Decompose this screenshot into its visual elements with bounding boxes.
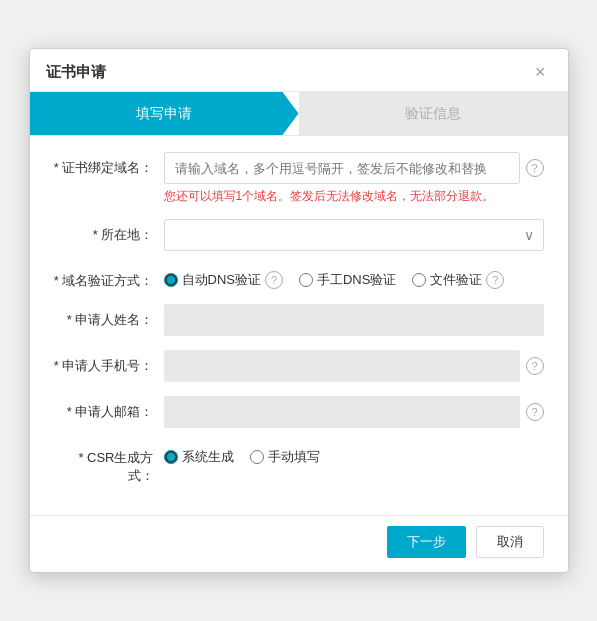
csr-manual-label: 手动填写 <box>268 448 320 466</box>
steps-bar: 填写申请 验证信息 <box>30 92 568 136</box>
dns-file-label: 文件验证 <box>430 271 482 289</box>
phone-input-wrap: ? <box>164 350 544 382</box>
dns-radio-auto[interactable] <box>164 273 178 287</box>
dns-option-file[interactable]: 文件验证 ? <box>412 271 504 289</box>
csr-label: * CSR生成方式： <box>54 442 164 485</box>
csr-option-manual[interactable]: 手动填写 <box>250 448 320 466</box>
dns-radio-file[interactable] <box>412 273 426 287</box>
phone-input[interactable] <box>164 350 520 382</box>
csr-radio-system[interactable] <box>164 450 178 464</box>
close-button[interactable]: × <box>529 61 552 83</box>
dialog-title: 证书申请 <box>46 63 106 82</box>
step-fill-form-label: 填写申请 <box>136 105 192 123</box>
csr-system-label: 系统生成 <box>182 448 234 466</box>
phone-label: * 申请人手机号： <box>54 350 164 375</box>
dns-auto-help-icon[interactable]: ? <box>265 271 283 289</box>
email-row: * 申请人邮箱： ? <box>54 396 544 428</box>
phone-help-icon[interactable]: ? <box>526 357 544 375</box>
dns-radio-manual[interactable] <box>299 273 313 287</box>
step-fill-form[interactable]: 填写申请 <box>30 92 299 135</box>
email-content: ? <box>164 396 544 428</box>
domain-input[interactable] <box>164 152 520 184</box>
certificate-dialog: 证书申请 × 填写申请 验证信息 * 证书绑定域名： ? 您还可以填写1个域名。… <box>29 48 569 573</box>
domain-row: * 证书绑定域名： ? 您还可以填写1个域名。签发后无法修改域名，无法部分退款。 <box>54 152 544 205</box>
dialog-body: * 证书绑定域名： ? 您还可以填写1个域名。签发后无法修改域名，无法部分退款。… <box>30 136 568 511</box>
location-select[interactable] <box>164 219 544 251</box>
dns-option-manual[interactable]: 手工DNS验证 <box>299 271 396 289</box>
step-verify-info-label: 验证信息 <box>405 105 461 123</box>
name-content <box>164 304 544 336</box>
dns-label: * 域名验证方式： <box>54 265 164 290</box>
dialog-header: 证书申请 × <box>30 49 568 92</box>
phone-row: * 申请人手机号： ? <box>54 350 544 382</box>
step-verify-info[interactable]: 验证信息 <box>299 92 568 135</box>
domain-help-icon[interactable]: ? <box>526 159 544 177</box>
dns-radio-group: 自动DNS验证 ? 手工DNS验证 文件验证 ? <box>164 265 544 289</box>
location-content: ∨ <box>164 219 544 251</box>
domain-content: ? 您还可以填写1个域名。签发后无法修改域名，无法部分退款。 <box>164 152 544 205</box>
domain-hint: 您还可以填写1个域名。签发后无法修改域名，无法部分退款。 <box>164 188 544 205</box>
dialog-footer: 下一步 取消 <box>30 515 568 572</box>
dns-row: * 域名验证方式： 自动DNS验证 ? 手工DNS验证 文件验证 <box>54 265 544 290</box>
dns-option-auto[interactable]: 自动DNS验证 ? <box>164 271 283 289</box>
email-help-icon[interactable]: ? <box>526 403 544 421</box>
email-label: * 申请人邮箱： <box>54 396 164 421</box>
dns-auto-label: 自动DNS验证 <box>182 271 261 289</box>
email-input-wrap: ? <box>164 396 544 428</box>
dns-manual-label: 手工DNS验证 <box>317 271 396 289</box>
name-label: * 申请人姓名： <box>54 304 164 329</box>
location-label: * 所在地： <box>54 219 164 244</box>
email-input[interactable] <box>164 396 520 428</box>
cancel-button[interactable]: 取消 <box>476 526 544 558</box>
csr-content: 系统生成 手动填写 <box>164 442 544 466</box>
name-row: * 申请人姓名： <box>54 304 544 336</box>
phone-content: ? <box>164 350 544 382</box>
dns-file-help-icon[interactable]: ? <box>486 271 504 289</box>
name-input[interactable] <box>164 304 544 336</box>
location-select-wrap: ∨ <box>164 219 544 251</box>
csr-radio-manual[interactable] <box>250 450 264 464</box>
csr-row: * CSR生成方式： 系统生成 手动填写 <box>54 442 544 485</box>
csr-radio-group: 系统生成 手动填写 <box>164 442 544 466</box>
domain-label: * 证书绑定域名： <box>54 152 164 177</box>
csr-option-system[interactable]: 系统生成 <box>164 448 234 466</box>
dns-content: 自动DNS验证 ? 手工DNS验证 文件验证 ? <box>164 265 544 289</box>
location-row: * 所在地： ∨ <box>54 219 544 251</box>
next-button[interactable]: 下一步 <box>387 526 466 558</box>
domain-input-wrap: ? <box>164 152 544 184</box>
